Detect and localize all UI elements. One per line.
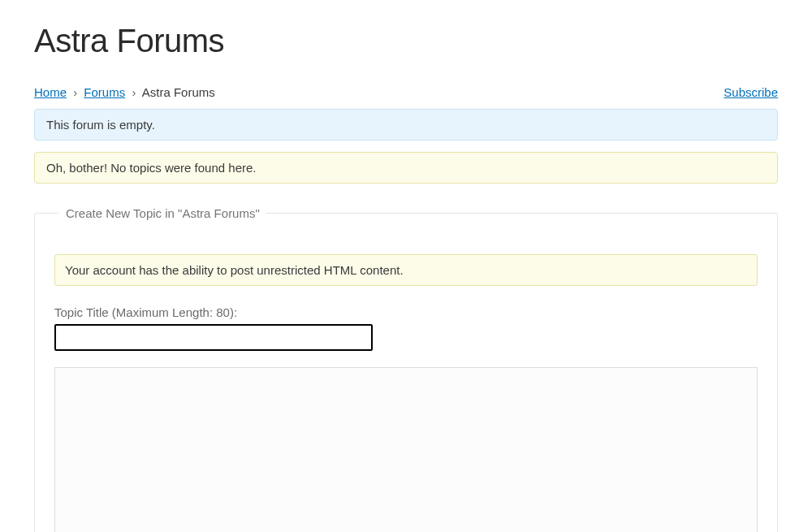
no-topics-notice: Oh, bother! No topics were found here. [34,152,778,184]
page-title: Astra Forums [34,23,778,59]
html-permission-notice: Your account has the ability to post unr… [54,254,758,286]
forum-empty-notice: This forum is empty. [34,109,778,141]
topic-title-input[interactable] [54,324,373,351]
new-topic-fieldset: Create New Topic in "Astra Forums" Your … [34,206,778,532]
topic-title-label: Topic Title (Maximum Length: 80): [54,305,758,319]
new-topic-legend: Create New Topic in "Astra Forums" [59,206,266,220]
top-row: Home › Forums › Astra Forums Subscribe [34,85,778,99]
topic-body-textarea[interactable] [54,367,758,532]
breadcrumb-forums-link[interactable]: Forums [84,85,125,99]
subscribe-link[interactable]: Subscribe [723,85,778,99]
breadcrumb: Home › Forums › Astra Forums [34,85,215,99]
breadcrumb-sep-2: › [132,85,136,99]
breadcrumb-sep-1: › [73,85,77,99]
breadcrumb-current: Astra Forums [142,85,215,99]
breadcrumb-home-link[interactable]: Home [34,85,67,99]
